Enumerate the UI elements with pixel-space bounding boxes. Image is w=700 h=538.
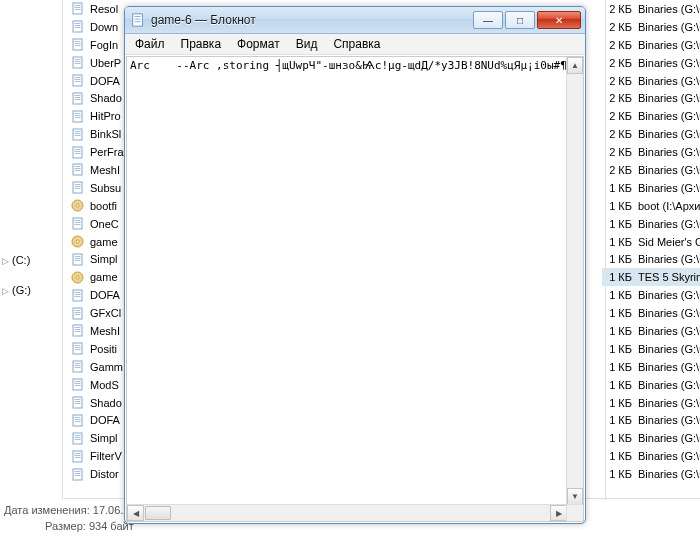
file-name: Simpl: [90, 432, 118, 444]
text-area[interactable]: Arc --Arc ‚storing ┤щUwрЧ"-шнзо&Ѩс!µg-щd…: [127, 57, 567, 505]
menu-item[interactable]: Файл: [127, 35, 173, 53]
drive-item[interactable]: ▷(C:): [2, 254, 62, 266]
file-meta: 1 КБBinaries (G:\G: [602, 250, 700, 268]
file-meta: 1 КБBinaries (G:\G: [602, 358, 700, 376]
svg-rect-20: [73, 93, 82, 104]
status-size: Размер: 934 байт: [45, 520, 134, 532]
file-location: boot (I:\Архи: [638, 200, 700, 212]
file-icon: [71, 342, 84, 355]
file-size: 2 КБ: [602, 164, 638, 176]
file-location: Binaries (G:\G: [638, 397, 700, 409]
vertical-scrollbar[interactable]: ▲ ▼: [566, 57, 583, 505]
file-icon: [71, 414, 84, 427]
file-size: 2 КБ: [602, 3, 638, 15]
file-icon: [71, 378, 84, 391]
close-button[interactable]: ✕: [537, 11, 581, 29]
file-location: Binaries (G:\G: [638, 92, 700, 104]
drive-item[interactable]: ▷(G:): [2, 284, 62, 296]
svg-rect-46: [73, 218, 82, 229]
svg-rect-98: [73, 469, 82, 480]
minimize-button[interactable]: —: [473, 11, 503, 29]
scroll-thumb[interactable]: [145, 506, 171, 520]
file-icon: [71, 199, 84, 212]
file-location: Binaries (G:\G: [638, 21, 700, 33]
file-size: 2 КБ: [602, 57, 638, 69]
svg-rect-78: [73, 379, 82, 390]
file-meta: 1 КБBinaries (G:\G: [602, 322, 700, 340]
scroll-left-button[interactable]: ◀: [127, 505, 144, 521]
file-name: Gamm: [90, 361, 123, 373]
file-location: Binaries (G:\G: [638, 146, 700, 158]
file-size: 1 КБ: [602, 289, 638, 301]
file-location: Binaries (G:\G: [638, 379, 700, 391]
file-size: 1 КБ: [602, 414, 638, 426]
file-icon: [71, 432, 84, 445]
svg-rect-102: [133, 14, 143, 26]
file-size: 1 КБ: [602, 379, 638, 391]
file-size: 1 КБ: [602, 450, 638, 462]
file-size: 1 КБ: [602, 325, 638, 337]
file-icon: [71, 56, 84, 69]
file-size: 1 КБ: [602, 200, 638, 212]
file-icon: [71, 396, 84, 409]
file-name: MeshI: [90, 164, 120, 176]
file-location: Binaries (G:\G: [638, 414, 700, 426]
file-name: DOFA: [90, 414, 120, 426]
file-meta: 1 КБBinaries (G:\G: [602, 411, 700, 429]
scroll-up-button[interactable]: ▲: [567, 57, 583, 74]
svg-rect-16: [73, 75, 82, 86]
horizontal-scrollbar[interactable]: ◀ ▶: [127, 504, 567, 521]
scroll-down-button[interactable]: ▼: [567, 488, 583, 505]
svg-rect-8: [73, 39, 82, 50]
file-location: TES 5 Skyrim в: [638, 271, 700, 283]
file-location: Binaries (G:\G: [638, 110, 700, 122]
svg-rect-66: [73, 325, 82, 336]
file-location: Binaries (G:\G: [638, 450, 700, 462]
file-location: Binaries (G:\G: [638, 75, 700, 87]
file-size: 1 КБ: [602, 253, 638, 265]
file-size: 1 КБ: [602, 468, 638, 480]
file-size: 2 КБ: [602, 75, 638, 87]
file-icon: [71, 271, 84, 284]
file-location: Binaries (G:\G: [638, 39, 700, 51]
tree-pane: ▷(C:) ▷(G:): [0, 0, 63, 500]
file-name: FilterV: [90, 450, 122, 462]
file-location: Binaries (G:\G: [638, 3, 700, 15]
maximize-button[interactable]: □: [505, 11, 535, 29]
file-size: 2 КБ: [602, 128, 638, 140]
file-meta: 2 КБBinaries (G:\G: [602, 125, 700, 143]
file-size: 2 КБ: [602, 146, 638, 158]
scroll-corner: [566, 504, 583, 521]
file-icon: [71, 74, 84, 87]
file-name: Shado: [90, 397, 122, 409]
menu-item[interactable]: Формат: [229, 35, 288, 53]
file-icon: [71, 253, 84, 266]
file-size: 2 КБ: [602, 110, 638, 122]
file-icon: [71, 110, 84, 123]
file-meta: 1 КБTES 5 Skyrim в: [602, 268, 700, 286]
file-location: Binaries (G:\G: [638, 343, 700, 355]
file-name: Positi: [90, 343, 117, 355]
menu-item[interactable]: Вид: [288, 35, 326, 53]
scroll-right-button[interactable]: ▶: [550, 505, 567, 521]
menu-item[interactable]: Справка: [325, 35, 388, 53]
menu-bar[interactable]: ФайлПравкаФорматВидСправка: [125, 34, 585, 55]
menu-item[interactable]: Правка: [173, 35, 230, 53]
file-size: 1 КБ: [602, 432, 638, 444]
svg-rect-32: [73, 147, 82, 158]
file-meta: 2 КБBinaries (G:\G: [602, 89, 700, 107]
file-name: PerFra: [90, 146, 124, 158]
file-location: Binaries (G:\G: [638, 361, 700, 373]
svg-rect-70: [73, 343, 82, 354]
file-columns: 2 КБBinaries (G:\G2 КБBinaries (G:\G2 КБ…: [602, 0, 700, 500]
file-size: 2 КБ: [602, 92, 638, 104]
file-icon: [71, 235, 84, 248]
svg-rect-24: [73, 111, 82, 122]
file-location: Binaries (G:\G: [638, 164, 700, 176]
svg-point-57: [76, 276, 79, 279]
expand-icon: ▷: [2, 256, 12, 266]
titlebar[interactable]: game-6 — Блокнот — □ ✕: [125, 7, 585, 34]
file-size: 1 КБ: [602, 361, 638, 373]
file-name: Distor: [90, 468, 119, 480]
file-name: game: [90, 236, 118, 248]
